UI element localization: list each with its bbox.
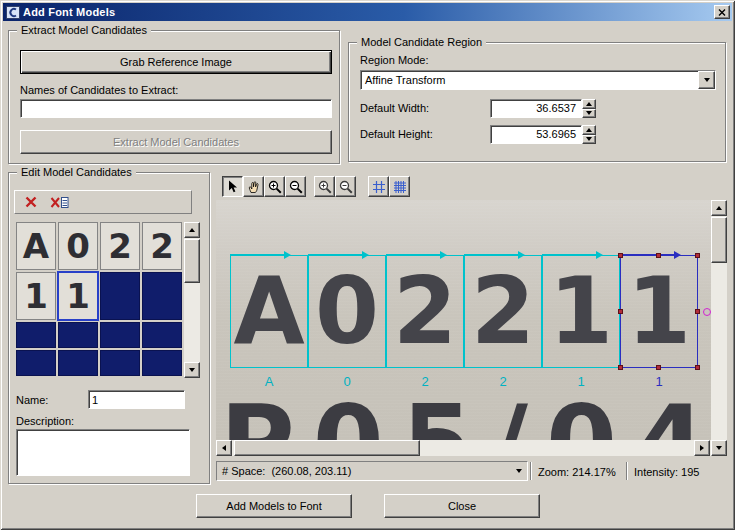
region-mode-select[interactable]: Affine Transform bbox=[360, 70, 716, 90]
rotation-handle[interactable] bbox=[703, 308, 711, 316]
add-font-models-dialog: Add Font Models Extract Model Candidates… bbox=[0, 0, 735, 530]
names-of-candidates-input[interactable] bbox=[20, 99, 332, 118]
empty-thumbnail-cell[interactable] bbox=[58, 322, 98, 348]
titlebar: Add Font Models bbox=[3, 3, 732, 21]
resize-handle[interactable] bbox=[618, 309, 623, 314]
grid-fine-icon bbox=[393, 180, 407, 194]
extract-group-title: Extract Model Candidates bbox=[17, 24, 151, 36]
description-textarea[interactable] bbox=[16, 429, 190, 476]
default-width-input[interactable]: 36.6537 bbox=[490, 99, 582, 118]
candidate-region-box[interactable]: A bbox=[230, 255, 308, 368]
thumbnail-scrollbar-thumb[interactable] bbox=[184, 239, 200, 283]
status-separator bbox=[626, 462, 628, 480]
zoom-out-alt-button[interactable] bbox=[335, 176, 356, 197]
candidate-region-box[interactable]: 2 bbox=[386, 255, 464, 368]
grid-fine-tool-button[interactable] bbox=[389, 176, 410, 197]
grid-tool-button[interactable] bbox=[368, 176, 389, 197]
chevron-down-icon[interactable] bbox=[698, 71, 715, 89]
app-icon bbox=[6, 6, 20, 19]
empty-thumbnail-cell[interactable] bbox=[100, 322, 140, 348]
resize-handle[interactable] bbox=[656, 253, 661, 258]
candidate-thumbnail[interactable]: 2 bbox=[142, 222, 182, 270]
description-label: Description: bbox=[16, 415, 74, 427]
candidate-region-box[interactable]: 0 bbox=[308, 255, 386, 368]
default-width-label: Default Width: bbox=[360, 102, 429, 114]
zoom-out-icon bbox=[289, 180, 303, 194]
intensity-label: Intensity: bbox=[634, 466, 678, 478]
intensity-status: Intensity: 195 bbox=[634, 466, 699, 478]
default-width-stepper[interactable] bbox=[582, 99, 596, 118]
viewer-vscroll-thumb[interactable] bbox=[711, 217, 727, 263]
candidate-thumbnail-grid: A 0 2 2 1 1 bbox=[16, 222, 182, 378]
extract-model-candidates-button[interactable]: Extract Model Candidates bbox=[20, 130, 332, 154]
scroll-left-icon[interactable] bbox=[216, 440, 232, 456]
space-coordinates: (260.08, 203.11) bbox=[271, 465, 351, 477]
empty-thumbnail-cell[interactable] bbox=[100, 350, 140, 376]
window-title: Add Font Models bbox=[23, 6, 714, 18]
empty-thumbnail-cell[interactable] bbox=[100, 272, 140, 320]
scroll-right-icon[interactable] bbox=[694, 440, 710, 456]
delete-icon bbox=[25, 196, 37, 208]
space-selector[interactable]: # Space: (260.08, 203.11) bbox=[216, 461, 528, 481]
viewer-hscroll-thumb[interactable] bbox=[234, 440, 420, 456]
candidate-region-box[interactable]: 2 bbox=[464, 255, 542, 368]
resize-handle[interactable] bbox=[695, 365, 700, 370]
space-label: # Space: bbox=[222, 465, 265, 477]
default-height-value: 53.6965 bbox=[494, 128, 578, 141]
close-dialog-button[interactable]: Close bbox=[384, 494, 540, 518]
resize-handle[interactable] bbox=[656, 365, 661, 370]
pan-tool-button[interactable] bbox=[243, 176, 264, 197]
candidate-thumbnail[interactable]: 1 bbox=[16, 272, 56, 320]
zoom-out-alt-icon bbox=[339, 180, 353, 194]
resize-handle[interactable] bbox=[618, 253, 623, 258]
candidate-region-box-selected[interactable]: 1 bbox=[620, 255, 698, 368]
candidate-thumbnail-selected[interactable]: 1 bbox=[58, 272, 98, 320]
region-mode-label: Region Mode: bbox=[360, 54, 429, 66]
default-height-input[interactable]: 53.6965 bbox=[490, 125, 582, 144]
delete-all-candidates-button[interactable] bbox=[47, 193, 71, 211]
grab-reference-image-button[interactable]: Grab Reference Image bbox=[20, 50, 332, 74]
image-character: 2 bbox=[471, 266, 535, 358]
candidate-region-box[interactable]: 1 bbox=[542, 255, 620, 368]
status-separator bbox=[530, 462, 532, 480]
resize-handle[interactable] bbox=[618, 365, 623, 370]
empty-thumbnail-cell[interactable] bbox=[16, 322, 56, 348]
spin-up-icon[interactable] bbox=[582, 125, 596, 135]
spin-down-icon[interactable] bbox=[582, 135, 596, 145]
region-group-title: Model Candidate Region bbox=[357, 36, 486, 48]
zoom-out-tool-button[interactable] bbox=[285, 176, 306, 197]
scroll-up-icon[interactable] bbox=[711, 200, 727, 216]
empty-thumbnail-cell[interactable] bbox=[142, 322, 182, 348]
candidate-thumbnail[interactable]: A bbox=[16, 222, 56, 270]
empty-thumbnail-cell[interactable] bbox=[142, 350, 182, 376]
scroll-up-icon[interactable] bbox=[184, 222, 200, 238]
chevron-down-icon[interactable] bbox=[511, 462, 527, 480]
intensity-value: 195 bbox=[681, 466, 699, 478]
resize-handle[interactable] bbox=[695, 253, 700, 258]
default-height-stepper[interactable] bbox=[582, 125, 596, 144]
resize-handle[interactable] bbox=[695, 309, 700, 314]
hand-icon bbox=[247, 180, 260, 193]
zoom-in-alt-icon bbox=[318, 180, 332, 194]
candidate-thumbnail[interactable]: 0 bbox=[58, 222, 98, 270]
close-button[interactable] bbox=[714, 5, 730, 19]
reference-image-canvas[interactable]: A 0 2 2 1 1 A 0 2 2 1 1 bbox=[216, 200, 711, 440]
spin-up-icon[interactable] bbox=[582, 99, 596, 109]
candidate-name-input[interactable] bbox=[88, 390, 185, 409]
scroll-down-icon[interactable] bbox=[711, 440, 727, 456]
image-character: 1 bbox=[627, 266, 691, 358]
zoom-status: Zoom: 214.17% bbox=[538, 466, 616, 478]
select-tool-button[interactable] bbox=[222, 176, 243, 197]
empty-thumbnail-cell[interactable] bbox=[16, 350, 56, 376]
zoom-in-alt-button[interactable] bbox=[314, 176, 335, 197]
empty-thumbnail-cell[interactable] bbox=[142, 272, 182, 320]
scroll-down-icon[interactable] bbox=[184, 362, 200, 378]
grid-icon bbox=[372, 180, 386, 194]
add-models-to-font-button[interactable]: Add Models to Font bbox=[196, 494, 352, 518]
candidate-thumbnail[interactable]: 2 bbox=[100, 222, 140, 270]
spin-down-icon[interactable] bbox=[582, 109, 596, 119]
empty-thumbnail-cell[interactable] bbox=[58, 350, 98, 376]
delete-candidate-button[interactable] bbox=[19, 193, 43, 211]
region-mode-value: Affine Transform bbox=[361, 74, 698, 86]
zoom-in-tool-button[interactable] bbox=[264, 176, 285, 197]
